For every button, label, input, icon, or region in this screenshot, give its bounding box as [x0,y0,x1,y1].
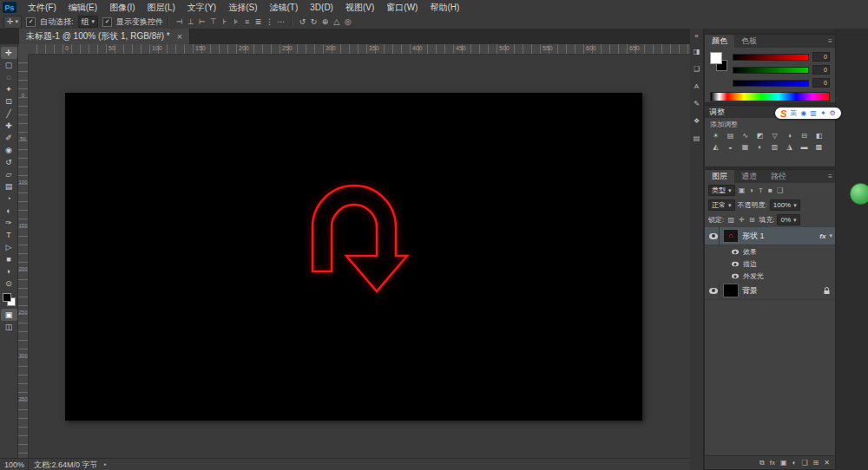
blend-mode-dropdown[interactable]: 正常 ▾ [708,199,735,211]
layers-action-icon[interactable]: fx [770,459,775,467]
tool-button[interactable]: ✐ [1,132,17,144]
adjustment-icon[interactable]: ▩ [812,141,826,153]
panel-icon[interactable]: ◨ [694,48,700,55]
panel-icon[interactable]: ❏ [694,65,700,73]
options-icon[interactable]: ↻ [308,17,319,26]
adjustment-icon[interactable]: ⊟ [797,130,812,141]
visibility-toggle[interactable] [707,227,720,245]
tool-button[interactable]: ✚ [1,120,17,132]
tool-button[interactable]: ▢ [1,59,17,71]
screen-mode-icon[interactable]: ▣ [1,309,17,321]
tool-button[interactable]: ✦ [1,83,17,95]
layer-name[interactable]: 形状 1 [742,231,816,242]
color-slider[interactable] [733,67,809,74]
options-icon[interactable]: ↺ [297,17,308,26]
adjustment-icon[interactable]: ▤ [723,130,738,141]
adjustment-icon[interactable]: ◧ [812,130,826,141]
layers-action-icon[interactable]: ◐ [792,459,797,467]
foreground-swatch[interactable] [710,52,722,64]
layers-action-icon[interactable]: ⊞ [813,459,819,467]
canvas-area[interactable]: 050100150200250300350400450500550600650 … [18,44,690,458]
options-icon[interactable]: ⊕ [319,17,331,26]
align-icon[interactable]: ⊤ [207,17,219,26]
align-icon[interactable]: ≡ [241,17,253,26]
filter-type-dropdown[interactable]: 类型 ▾ [708,185,735,196]
tool-button[interactable]: ▷ [1,241,17,253]
lock-icon[interactable]: ⊞ [747,216,756,224]
sogou-toolbar-icon[interactable]: ▥ [810,109,817,117]
foreground-color-swatch[interactable] [3,293,11,302]
sogou-logo[interactable]: S [780,108,786,119]
layer-name[interactable]: 背景 [742,285,820,297]
fill-dropdown[interactable]: 0% ▾ [777,214,799,225]
color-spectrum-bar[interactable] [710,92,830,101]
tool-button[interactable]: ▤ [1,180,17,193]
floating-green-button[interactable] [850,183,868,205]
layer-effect-row[interactable]: 描边 [705,258,835,270]
adjustment-icon[interactable]: ☀ [708,130,723,141]
menu-item[interactable]: 编辑(E) [62,0,103,15]
eye-icon[interactable] [732,249,739,254]
eye-icon[interactable] [732,273,739,278]
tool-button[interactable]: ⊡ [1,95,17,108]
panel-icon[interactable]: A [694,82,699,90]
tool-button[interactable]: ◗ [1,265,17,277]
document-canvas[interactable] [65,93,642,421]
menu-item[interactable]: 选择(S) [222,0,263,15]
menu-item[interactable]: 图像(I) [103,0,141,15]
align-icon[interactable]: ⊦ [219,17,230,26]
panel-icon[interactable]: ❖ [694,117,700,125]
adjustment-icon[interactable]: ◒ [723,141,738,153]
options-icon[interactable]: ◎ [342,17,353,26]
menu-item[interactable]: 滤镜(T) [264,0,305,15]
tool-button[interactable]: ◐ [1,205,17,217]
lock-icon[interactable]: ▨ [727,216,735,224]
adjustment-icon[interactable]: ◐ [753,141,767,153]
fx-badge[interactable]: fx [819,232,825,240]
foreground-background-swatches[interactable] [3,293,16,306]
tool-button[interactable]: ↺ [1,156,17,168]
adjustment-icon[interactable]: ◮ [782,141,797,153]
eye-icon[interactable] [732,261,739,266]
menu-item[interactable]: 文字(Y) [181,0,222,15]
menu-item[interactable]: 窗口(W) [380,0,424,15]
tool-button[interactable]: ╱ [1,108,17,120]
color-slider[interactable] [733,54,809,61]
adjustment-icon[interactable]: ▥ [767,141,782,153]
tool-button[interactable]: ⊙ [1,277,17,290]
layers-action-icon[interactable]: ❑ [801,459,807,467]
align-icon[interactable]: ⊢ [196,17,207,26]
document-tab[interactable]: 未标题-1 @ 100% (形状 1, RGB/8#) * × [19,29,190,44]
tool-button[interactable]: ◌ [1,71,17,83]
adjustment-icon[interactable]: ◩ [753,130,767,141]
tab-color[interactable]: 颜色 [705,35,734,48]
adjustment-icon[interactable]: ◭ [708,141,723,153]
menu-item[interactable]: 3D(D) [304,0,339,15]
tool-button[interactable]: ◉ [1,144,17,156]
menu-item[interactable]: 帮助(H) [424,0,465,15]
auto-select-dropdown[interactable]: 组 ▾ [78,16,99,28]
panel-icon[interactable]: ▤ [694,134,700,142]
filter-icon[interactable]: ■ [766,186,775,194]
align-icon[interactable]: ≣ [253,17,264,26]
menu-item[interactable]: 文件(F) [22,0,62,15]
chevron-down-icon[interactable]: ▾ [829,232,832,239]
zoom-level-field[interactable]: 100% [0,459,29,470]
layers-action-icon[interactable]: ✕ [824,459,830,467]
tab-swatches[interactable]: 色板 [734,35,764,48]
adjustment-icon[interactable]: ▬ [797,141,812,153]
panel-menu-icon[interactable]: ≡ [828,37,832,45]
collapse-panels-icon[interactable]: « [694,32,698,40]
layer-thumbnail[interactable] [723,284,739,297]
align-icon[interactable]: ⊧ [230,17,241,26]
options-icon[interactable]: △ [331,17,342,26]
tool-button[interactable]: ▱ [1,168,17,180]
filter-icon[interactable]: ◑ [747,186,756,194]
tool-button[interactable]: ◔ [1,193,17,205]
filter-icon[interactable]: T [757,186,766,194]
layer-effect-row[interactable]: 外发光 [705,270,835,282]
align-icon[interactable]: ⊥ [185,17,196,26]
adjustment-icon[interactable]: ▦ [738,141,753,153]
adjustment-icon[interactable]: ∿ [738,130,753,141]
status-options-icon[interactable]: ‣ [103,460,108,469]
